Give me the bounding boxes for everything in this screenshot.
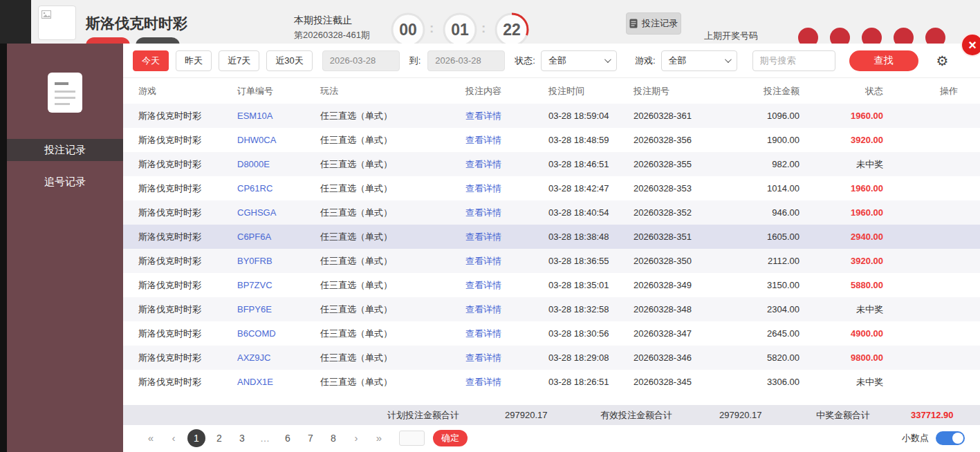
settings-gear-icon[interactable]: ⚙ [936,54,949,68]
view-details-link[interactable]: 查看详情 [465,303,548,316]
game-select[interactable]: 全部 [661,50,737,71]
quick-date-filters: 今天昨天近7天近30天 [133,50,313,71]
page-item[interactable]: 6 [279,429,297,447]
page-item[interactable]: 7 [302,429,320,447]
decimal-toggle[interactable] [936,431,965,445]
page-item[interactable]: … [256,429,274,447]
lottery-title: 斯洛伐克时时彩 [86,14,187,33]
bet-records-button[interactable]: 投注记录 [626,12,681,35]
view-details-link[interactable]: 查看详情 [465,182,548,195]
cell-period: 20260328-345 [634,377,730,387]
column-header: 投注时间 [548,85,634,97]
quick-date-filter-button[interactable]: 今天 [133,50,169,71]
cell-status: 4900.00 [799,328,883,339]
countdown-minutes: 01 [442,12,478,48]
search-button[interactable]: 查找 [849,50,918,71]
cell-bet-amount: 1605.00 [730,232,799,242]
quick-date-filter-button[interactable]: 昨天 [176,50,212,71]
cell-order-id: ESM10A [237,111,320,121]
cell-play-type: 任三直选（单式） [320,134,465,147]
quick-date-filter-button[interactable]: 近7天 [219,50,259,71]
period-search-input[interactable] [752,50,835,71]
cell-game: 斯洛伐克时时彩 [138,255,237,267]
table-row[interactable]: 斯洛伐克时时彩 CP61RC 任三直选（单式） 查看详情 03-28 18:42… [123,176,980,200]
table-row[interactable]: 斯洛伐克时时彩 BFPY6E 任三直选（单式） 查看详情 03-28 18:32… [123,297,980,321]
cell-play-type: 任三直选（单式） [320,182,465,195]
cell-order-id: CP61RC [237,183,320,194]
table-row[interactable]: 斯洛伐克时时彩 AXZ9JC 任三直选（单式） 查看详情 03-28 18:29… [123,346,980,370]
view-details-link[interactable]: 查看详情 [465,328,548,340]
cell-bet-time: 03-28 18:36:55 [548,256,634,266]
cell-game: 斯洛伐克时时彩 [138,376,237,388]
cell-game: 斯洛伐克时时彩 [138,158,237,171]
quick-date-filter-button[interactable]: 近30天 [266,50,312,71]
page-item[interactable]: » [370,429,388,447]
last-draw-label: 上期开奖号码 [704,30,758,42]
site-logo [38,6,76,40]
cell-game: 斯洛伐克时时彩 [138,352,237,364]
cell-status: 3920.00 [799,256,883,266]
table-row[interactable]: 斯洛伐克时时彩 B6COMD 任三直选（单式） 查看详情 03-28 18:30… [123,321,980,346]
table-row[interactable]: 斯洛伐克时时彩 D8000E 任三直选（单式） 查看详情 03-28 18:46… [123,152,980,176]
status-select[interactable]: 全部 [541,50,617,71]
modal-content: 今天昨天近7天近30天 到: 状态: 全部 游戏: 全部 查找 ⚙ 游戏订单编号… [123,44,980,452]
table-row[interactable]: 斯洛伐克时时彩 C6PF6A 任三直选（单式） 查看详情 03-28 18:38… [123,225,980,249]
chevron-down-icon [604,56,611,63]
table-body: 斯洛伐克时时彩 ESM10A 任三直选（单式） 查看详情 03-28 18:59… [123,104,980,394]
table-row[interactable]: 斯洛伐克时时彩 BP7ZVC 任三直选（单式） 查看详情 03-28 18:35… [123,273,980,297]
sidebar-nav-item[interactable]: 投注记录 [7,139,123,161]
game-label: 游戏: [635,55,656,67]
confirm-button[interactable]: 确定 [433,430,468,446]
cell-play-type: 任三直选（单式） [320,158,465,171]
table-row[interactable]: 斯洛伐克时时彩 BY0FRB 任三直选（单式） 查看详情 03-28 18:36… [123,249,980,273]
modal-sidebar: 投注记录追号记录 [7,44,123,452]
cell-play-type: 任三直选（单式） [320,303,465,316]
cell-game: 斯洛伐克时时彩 [138,231,237,243]
cell-bet-amount: 5820.00 [730,352,799,363]
cell-status: 2940.00 [799,232,883,242]
view-details-link[interactable]: 查看详情 [465,255,548,267]
cell-play-type: 任三直选（单式） [320,328,465,340]
page-item[interactable]: 8 [324,429,342,447]
view-details-link[interactable]: 查看详情 [465,110,548,122]
page-item[interactable]: › [347,429,365,447]
table-header: 游戏订单编号玩法投注内容投注时间投注期号投注金额状态操作 [123,78,980,104]
table-row[interactable]: 斯洛伐克时时彩 ESM10A 任三直选（单式） 查看详情 03-28 18:59… [123,104,980,128]
view-details-link[interactable]: 查看详情 [465,207,548,219]
cell-bet-time: 03-28 18:30:56 [548,328,634,339]
decimal-setting: 小数点 [902,431,965,445]
view-details-link[interactable]: 查看详情 [465,158,548,171]
cell-play-type: 任三直选（单式） [320,279,465,292]
page-item[interactable]: 3 [233,429,251,447]
table-row[interactable]: 斯洛伐克时时彩 CGHSGA 任三直选（单式） 查看详情 03-28 18:40… [123,200,980,225]
cell-status: 3920.00 [799,135,883,145]
cell-bet-time: 03-28 18:38:48 [548,232,634,242]
view-details-link[interactable]: 查看详情 [465,352,548,364]
view-details-link[interactable]: 查看详情 [465,279,548,292]
page-item[interactable]: 2 [210,429,228,447]
page-item[interactable]: 1 [187,429,205,447]
cell-period: 20260328-350 [634,256,730,266]
close-icon[interactable]: × [961,33,980,57]
view-details-link[interactable]: 查看详情 [465,231,548,243]
cell-order-id: B6COMD [237,328,320,339]
view-details-link[interactable]: 查看详情 [465,376,548,388]
cell-status: 5880.00 [799,280,883,290]
date-to-input[interactable] [427,50,505,71]
view-details-link[interactable]: 查看详情 [465,134,548,147]
page-jump-input[interactable] [399,431,425,446]
table-row[interactable]: 斯洛伐克时时彩 ANDX1E 任三直选（单式） 查看详情 03-28 18:26… [123,370,980,394]
cell-order-id: BY0FRB [237,256,320,266]
column-header: 游戏 [138,85,237,97]
page-item[interactable]: ‹ [165,429,183,447]
document-icon [629,19,638,28]
date-from-input[interactable] [322,50,400,71]
plan-total-label: 计划投注金额合计 [387,405,459,425]
modal-nav: 投注记录追号记录 [7,139,123,193]
page-item[interactable]: « [142,429,160,447]
to-label: 到: [409,55,421,67]
cell-status: 未中奖 [799,303,883,316]
sidebar-nav-item[interactable]: 追号记录 [7,171,123,193]
table-row[interactable]: 斯洛伐克时时彩 DHW0CA 任三直选（单式） 查看详情 03-28 18:48… [123,128,980,152]
cell-game: 斯洛伐克时时彩 [138,134,237,147]
